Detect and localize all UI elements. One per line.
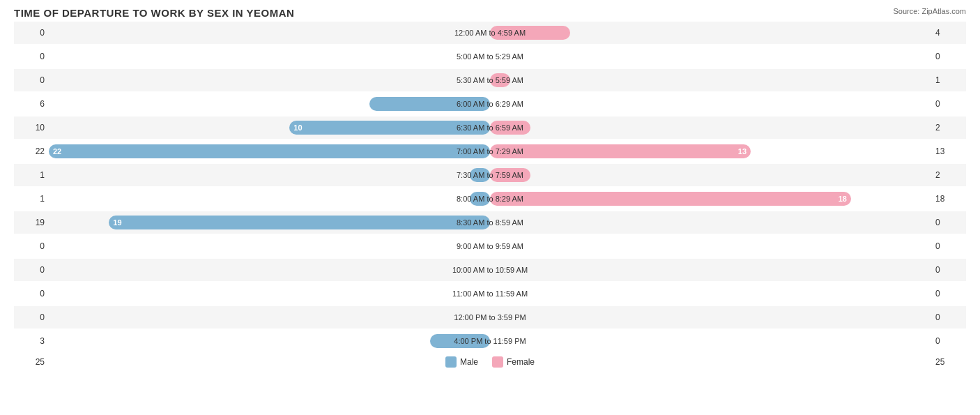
female-bar: 13 (490, 144, 751, 158)
bars-center: 10:00 AM to 10:59 AM (49, 259, 931, 281)
chart-area: 012:00 AM to 4:59 AM405:00 AM to 5:29 AM… (14, 22, 966, 352)
axis-row: 25 Male Female 25 (14, 356, 966, 368)
female-bar-section (490, 50, 931, 63)
male-value: 22 (14, 146, 49, 156)
female-bar (490, 26, 570, 40)
male-bar-section (49, 50, 490, 63)
female-bar (490, 168, 530, 182)
male-bar-section (49, 310, 490, 324)
bars-center: 11:00 AM to 11:59 AM (49, 282, 931, 305)
legend-female: Female (492, 356, 535, 368)
chart-row: 05:30 AM to 5:59 AM1 (14, 69, 966, 91)
male-bar: 22 (49, 144, 490, 158)
male-value: 6 (14, 99, 49, 109)
male-bar (470, 168, 490, 182)
female-value: 2 (931, 170, 966, 180)
female-bar-section (490, 121, 931, 135)
legend: Male Female (49, 356, 931, 368)
chart-row: 17:30 AM to 7:59 AM2 (14, 164, 966, 186)
male-bar (470, 192, 490, 206)
female-bar-section (490, 216, 931, 229)
female-bar-section (490, 26, 931, 40)
male-bar-section (49, 287, 490, 301)
male-value: 0 (14, 312, 49, 322)
female-value: 0 (931, 312, 966, 322)
chart-row: 198:30 AM to 8:59 AM190 (14, 211, 966, 234)
female-bar-section (490, 334, 931, 348)
male-value: 0 (14, 241, 49, 251)
female-value: 0 (931, 265, 966, 275)
female-bar (490, 73, 510, 87)
axis-min-left: 25 (14, 357, 49, 367)
male-bar-section: 10 (49, 121, 490, 135)
chart-row: 227:00 AM to 7:29 AM221313 (14, 140, 966, 163)
bars-center: 6:30 AM to 6:59 AM10 (49, 116, 931, 139)
male-value: 1 (14, 170, 49, 180)
female-bar-section (490, 310, 931, 324)
female-value: 18 (931, 194, 966, 204)
source-text: Source: ZipAtlas.com (893, 7, 966, 15)
legend-female-label: Female (507, 357, 535, 367)
male-bar-section: 19 (49, 216, 490, 229)
female-value: 0 (931, 52, 966, 61)
bars-center: 5:00 AM to 5:29 AM (49, 45, 931, 68)
male-bar: 10 (289, 121, 490, 135)
chart-row: 012:00 PM to 3:59 PM0 (14, 306, 966, 329)
chart-row: 011:00 AM to 11:59 AM0 (14, 282, 966, 305)
chart-row: 010:00 AM to 10:59 AM0 (14, 259, 966, 281)
female-bar-section (490, 73, 931, 87)
chart-container: TIME OF DEPARTURE TO WORK BY SEX IN YEOM… (0, 0, 980, 415)
male-bar-section: 22 (49, 144, 490, 158)
female-bar-section (490, 168, 931, 182)
male-bar-section (49, 97, 490, 111)
male-bar: 19 (109, 216, 490, 229)
male-bar-section (49, 73, 490, 87)
female-value: 4 (931, 28, 966, 38)
axis-max-right: 25 (931, 357, 966, 367)
female-value: 0 (931, 241, 966, 251)
bars-center: 8:00 AM to 8:29 AM18 (49, 188, 931, 210)
female-value: 0 (931, 218, 966, 227)
male-value: 0 (14, 52, 49, 61)
bars-center: 9:00 AM to 9:59 AM (49, 235, 931, 257)
legend-male: Male (445, 356, 478, 368)
female-bar (490, 121, 530, 135)
female-value: 2 (931, 123, 966, 133)
male-bar-section (49, 26, 490, 40)
male-bar-section (49, 334, 490, 348)
legend-female-color (492, 356, 503, 368)
chart-title: TIME OF DEPARTURE TO WORK BY SEX IN YEOM… (14, 7, 966, 19)
chart-row: 09:00 AM to 9:59 AM0 (14, 235, 966, 257)
male-value: 1 (14, 194, 49, 204)
male-value: 19 (14, 218, 49, 227)
chart-row: 106:30 AM to 6:59 AM102 (14, 116, 966, 139)
female-value: 13 (931, 146, 966, 156)
male-bar-section (49, 168, 490, 182)
male-value: 0 (14, 28, 49, 38)
bars-center: 12:00 AM to 4:59 AM (49, 22, 931, 44)
female-bar-section (490, 97, 931, 111)
male-bar-section (49, 263, 490, 277)
female-value: 0 (931, 336, 966, 346)
chart-row: 012:00 AM to 4:59 AM4 (14, 22, 966, 44)
female-bar-section: 18 (490, 192, 931, 206)
male-bar (430, 334, 490, 348)
bars-center: 4:00 PM to 11:59 PM (49, 330, 931, 352)
male-value: 10 (14, 123, 49, 133)
chart-row: 05:00 AM to 5:29 AM0 (14, 45, 966, 68)
bars-center: 6:00 AM to 6:29 AM (49, 93, 931, 115)
bars-center: 7:00 AM to 7:29 AM2213 (49, 140, 931, 163)
female-bar-section (490, 239, 931, 253)
legend-male-label: Male (460, 357, 478, 367)
male-value: 0 (14, 75, 49, 85)
male-bar-section (49, 192, 490, 206)
female-value: 1 (931, 75, 966, 85)
male-bar-section (49, 239, 490, 253)
female-bar-section (490, 287, 931, 301)
chart-row: 34:00 PM to 11:59 PM0 (14, 330, 966, 352)
male-value: 0 (14, 289, 49, 299)
legend-male-color (445, 356, 457, 368)
female-value: 0 (931, 289, 966, 299)
chart-row: 66:00 AM to 6:29 AM0 (14, 93, 966, 115)
male-bar (369, 97, 490, 111)
